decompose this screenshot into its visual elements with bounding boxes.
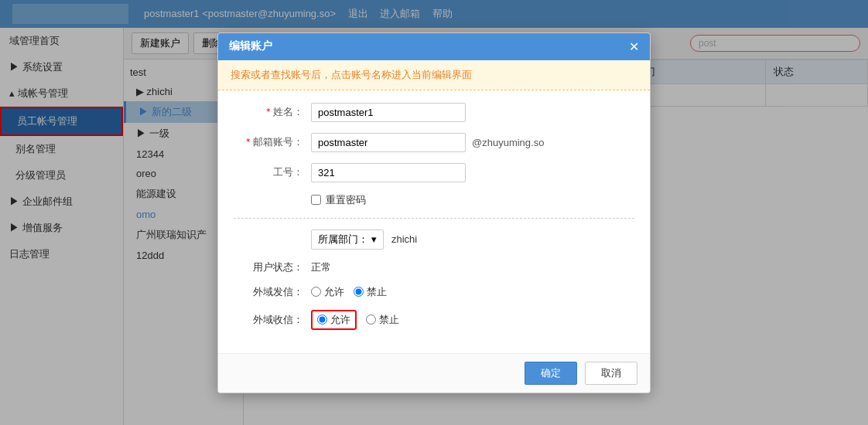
email-domain: @zhuyuming.so [472,137,544,148]
inbound-allow-radio[interactable] [317,314,327,325]
workid-label: 工号： [234,165,303,179]
workid-input[interactable] [311,163,466,182]
dept-dropdown-arrow: ▾ [371,233,377,245]
email-label: * 邮箱账号： [234,135,303,149]
reset-password-label[interactable]: 重置密码 [326,193,366,207]
inbound-allow-label: 允许 [330,313,350,327]
inbound-label: 外域收信： [234,313,303,327]
outbound-row: 外域发信： 允许 禁止 [234,285,634,299]
outbound-deny-label: 禁止 [367,285,387,299]
workid-row: 工号： [234,163,634,182]
modal-hint: 搜索或者查找账号后，点击账号名称进入当前编辑界面 [218,60,650,90]
name-input[interactable] [311,103,466,122]
outbound-label: 外域发信： [234,285,303,299]
reset-pwd-row: 重置密码 [311,193,634,207]
modal-header: 编辑账户 ✕ [218,33,650,60]
inbound-deny-label: 禁止 [379,313,399,327]
inbound-allow-option[interactable]: 允许 [311,310,357,330]
outbound-allow-label: 允许 [324,285,344,299]
outbound-radio-group: 允许 禁止 [311,285,387,299]
dept-button[interactable]: 所属部门： ▾ [311,230,384,250]
modal-title: 编辑账户 [229,39,272,53]
email-row: * 邮箱账号： @zhuyuming.so [234,133,634,152]
user-status-row: 用户状态： 正常 [234,260,634,274]
dept-btn-label: 所属部门： [318,233,368,246]
outbound-deny-option[interactable]: 禁止 [354,285,387,299]
confirm-button[interactable]: 确定 [525,362,577,385]
inbound-row: 外域收信： 允许 禁止 [234,310,634,330]
user-status-value: 正常 [311,260,331,274]
email-input[interactable] [311,133,466,152]
user-status-label: 用户状态： [234,260,303,274]
inbound-radio-group: 允许 禁止 [311,310,399,330]
dept-value: zhichi [391,233,417,245]
cancel-button[interactable]: 取消 [585,362,637,385]
edit-account-modal: 编辑账户 ✕ 搜索或者查找账号后，点击账号名称进入当前编辑界面 * 姓名： * … [217,32,651,393]
dept-row: 所属部门： ▾ zhichi [234,230,634,250]
modal-overlay: 编辑账户 ✕ 搜索或者查找账号后，点击账号名称进入当前编辑界面 * 姓名： * … [0,0,868,425]
modal-close-button[interactable]: ✕ [629,39,639,54]
name-label: * 姓名： [234,105,303,119]
reset-password-checkbox[interactable] [311,195,321,205]
name-row: * 姓名： [234,103,634,122]
modal-hint-text: 搜索或者查找账号后，点击账号名称进入当前编辑界面 [231,69,472,80]
inbound-deny-option[interactable]: 禁止 [366,313,399,327]
modal-body: * 姓名： * 邮箱账号： @zhuyuming.so 工号： 重置密码 [218,90,650,353]
section-divider [234,218,634,219]
outbound-allow-radio[interactable] [311,287,321,297]
outbound-allow-option[interactable]: 允许 [311,285,344,299]
outbound-deny-radio[interactable] [354,287,364,297]
inbound-deny-radio[interactable] [366,314,376,325]
modal-footer: 确定 取消 [218,353,650,393]
